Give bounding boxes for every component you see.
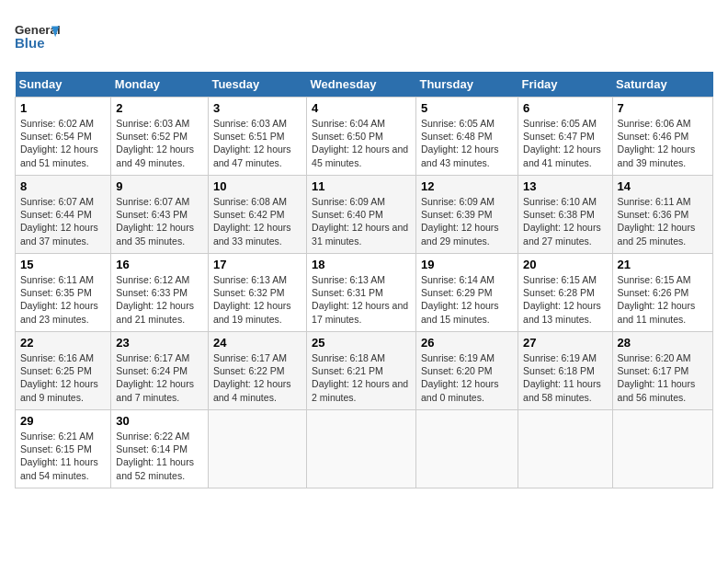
calendar-cell: 4Sunrise: 6:04 AMSunset: 6:50 PMDaylight… [307, 98, 416, 176]
weekday-header-row: SundayMondayTuesdayWednesdayThursdayFrid… [16, 72, 713, 98]
day-detail: Sunrise: 6:09 AMSunset: 6:39 PMDaylight:… [421, 195, 513, 247]
calendar-cell: 26Sunrise: 6:19 AMSunset: 6:20 PMDayligh… [415, 332, 518, 410]
calendar-cell: 8Sunrise: 6:07 AMSunset: 6:44 PMDaylight… [16, 176, 111, 254]
day-number: 27 [523, 336, 608, 350]
day-number: 4 [312, 101, 411, 115]
weekday-header: Tuesday [208, 72, 306, 98]
calendar-cell: 29Sunrise: 6:21 AMSunset: 6:15 PMDayligh… [16, 410, 111, 488]
page-header: General Blue [15, 15, 713, 61]
day-number: 19 [421, 258, 513, 271]
calendar-week-row: 8Sunrise: 6:07 AMSunset: 6:44 PMDaylight… [16, 176, 713, 254]
calendar-cell [612, 410, 712, 488]
calendar-cell: 13Sunrise: 6:10 AMSunset: 6:38 PMDayligh… [518, 176, 613, 254]
day-detail: Sunrise: 6:02 AMSunset: 6:54 PMDaylight:… [20, 117, 106, 169]
day-number: 22 [20, 336, 106, 350]
calendar-cell: 20Sunrise: 6:15 AMSunset: 6:28 PMDayligh… [518, 254, 613, 332]
calendar-cell: 30Sunrise: 6:22 AMSunset: 6:14 PMDayligh… [111, 410, 209, 488]
day-number: 14 [618, 179, 708, 193]
calendar-week-row: 22Sunrise: 6:16 AMSunset: 6:25 PMDayligh… [16, 332, 713, 410]
day-number: 20 [523, 258, 608, 271]
calendar-cell: 9Sunrise: 6:07 AMSunset: 6:43 PMDaylight… [111, 176, 209, 254]
calendar-cell: 7Sunrise: 6:06 AMSunset: 6:46 PMDaylight… [612, 98, 712, 176]
day-number: 3 [213, 101, 301, 115]
day-number: 2 [116, 101, 203, 115]
day-number: 15 [20, 258, 106, 271]
weekday-header: Thursday [415, 72, 518, 98]
day-detail: Sunrise: 6:11 AMSunset: 6:36 PMDaylight:… [618, 195, 708, 247]
day-number: 16 [116, 258, 203, 271]
day-number: 9 [116, 179, 203, 193]
day-number: 17 [213, 258, 301, 271]
day-detail: Sunrise: 6:18 AMSunset: 6:21 PMDaylight:… [312, 351, 411, 404]
day-detail: Sunrise: 6:14 AMSunset: 6:29 PMDaylight:… [421, 273, 513, 326]
weekday-header: Monday [111, 72, 209, 98]
calendar-cell [415, 410, 518, 488]
calendar-cell: 25Sunrise: 6:18 AMSunset: 6:21 PMDayligh… [307, 332, 416, 410]
day-detail: Sunrise: 6:10 AMSunset: 6:38 PMDaylight:… [523, 195, 608, 247]
calendar-cell: 21Sunrise: 6:15 AMSunset: 6:26 PMDayligh… [612, 254, 712, 332]
calendar-cell: 27Sunrise: 6:19 AMSunset: 6:18 PMDayligh… [518, 332, 613, 410]
day-detail: Sunrise: 6:13 AMSunset: 6:31 PMDaylight:… [312, 273, 411, 326]
day-detail: Sunrise: 6:13 AMSunset: 6:32 PMDaylight:… [213, 273, 301, 326]
day-number: 5 [421, 101, 513, 115]
day-detail: Sunrise: 6:15 AMSunset: 6:26 PMDaylight:… [618, 273, 708, 326]
weekday-header: Saturday [612, 72, 712, 98]
calendar-cell: 16Sunrise: 6:12 AMSunset: 6:33 PMDayligh… [111, 254, 209, 332]
calendar-cell: 19Sunrise: 6:14 AMSunset: 6:29 PMDayligh… [415, 254, 518, 332]
day-detail: Sunrise: 6:08 AMSunset: 6:42 PMDaylight:… [213, 195, 301, 247]
calendar-cell: 1Sunrise: 6:02 AMSunset: 6:54 PMDaylight… [16, 98, 111, 176]
calendar-cell: 24Sunrise: 6:17 AMSunset: 6:22 PMDayligh… [208, 332, 306, 410]
weekday-header: Wednesday [307, 72, 416, 98]
day-detail: Sunrise: 6:15 AMSunset: 6:28 PMDaylight:… [523, 273, 608, 326]
day-number: 11 [312, 179, 411, 193]
day-number: 30 [116, 414, 203, 428]
calendar-cell [307, 410, 416, 488]
day-number: 1 [20, 101, 106, 115]
day-number: 24 [213, 336, 301, 350]
day-detail: Sunrise: 6:03 AMSunset: 6:51 PMDaylight:… [213, 117, 301, 169]
calendar-cell: 11Sunrise: 6:09 AMSunset: 6:40 PMDayligh… [307, 176, 416, 254]
calendar-cell: 28Sunrise: 6:20 AMSunset: 6:17 PMDayligh… [612, 332, 712, 410]
day-number: 13 [523, 179, 608, 193]
day-number: 28 [618, 336, 708, 350]
day-detail: Sunrise: 6:12 AMSunset: 6:33 PMDaylight:… [116, 273, 203, 326]
calendar-cell: 10Sunrise: 6:08 AMSunset: 6:42 PMDayligh… [208, 176, 306, 254]
calendar-cell [518, 410, 613, 488]
calendar-cell [208, 410, 306, 488]
day-number: 26 [421, 336, 513, 350]
calendar-cell: 17Sunrise: 6:13 AMSunset: 6:32 PMDayligh… [208, 254, 306, 332]
day-number: 25 [312, 336, 411, 350]
calendar-cell: 5Sunrise: 6:05 AMSunset: 6:48 PMDaylight… [415, 98, 518, 176]
calendar-cell: 14Sunrise: 6:11 AMSunset: 6:36 PMDayligh… [612, 176, 712, 254]
day-number: 18 [312, 258, 411, 271]
calendar-table: SundayMondayTuesdayWednesdayThursdayFrid… [15, 72, 713, 488]
calendar-cell: 18Sunrise: 6:13 AMSunset: 6:31 PMDayligh… [307, 254, 416, 332]
day-number: 8 [20, 179, 106, 193]
day-number: 7 [618, 101, 708, 115]
svg-text:Blue: Blue [15, 35, 45, 51]
day-number: 6 [523, 101, 608, 115]
day-detail: Sunrise: 6:20 AMSunset: 6:17 PMDaylight:… [618, 351, 708, 404]
calendar-cell: 12Sunrise: 6:09 AMSunset: 6:39 PMDayligh… [415, 176, 518, 254]
day-number: 21 [618, 258, 708, 271]
day-detail: Sunrise: 6:17 AMSunset: 6:22 PMDaylight:… [213, 351, 301, 404]
day-detail: Sunrise: 6:17 AMSunset: 6:24 PMDaylight:… [116, 351, 203, 404]
calendar-week-row: 29Sunrise: 6:21 AMSunset: 6:15 PMDayligh… [16, 410, 713, 488]
day-detail: Sunrise: 6:04 AMSunset: 6:50 PMDaylight:… [312, 117, 411, 169]
day-detail: Sunrise: 6:03 AMSunset: 6:52 PMDaylight:… [116, 117, 203, 169]
calendar-cell: 15Sunrise: 6:11 AMSunset: 6:35 PMDayligh… [16, 254, 111, 332]
calendar-week-row: 1Sunrise: 6:02 AMSunset: 6:54 PMDaylight… [16, 98, 713, 176]
logo-svg: General Blue [15, 15, 61, 61]
day-detail: Sunrise: 6:11 AMSunset: 6:35 PMDaylight:… [20, 273, 106, 326]
weekday-header: Friday [518, 72, 613, 98]
day-detail: Sunrise: 6:05 AMSunset: 6:48 PMDaylight:… [421, 117, 513, 169]
day-detail: Sunrise: 6:19 AMSunset: 6:18 PMDaylight:… [523, 351, 608, 404]
calendar-cell: 22Sunrise: 6:16 AMSunset: 6:25 PMDayligh… [16, 332, 111, 410]
day-detail: Sunrise: 6:07 AMSunset: 6:44 PMDaylight:… [20, 195, 106, 247]
day-detail: Sunrise: 6:09 AMSunset: 6:40 PMDaylight:… [312, 195, 411, 247]
logo: General Blue [15, 15, 61, 61]
calendar-week-row: 15Sunrise: 6:11 AMSunset: 6:35 PMDayligh… [16, 254, 713, 332]
day-detail: Sunrise: 6:21 AMSunset: 6:15 PMDaylight:… [20, 430, 106, 482]
day-number: 10 [213, 179, 301, 193]
day-number: 29 [20, 414, 106, 428]
